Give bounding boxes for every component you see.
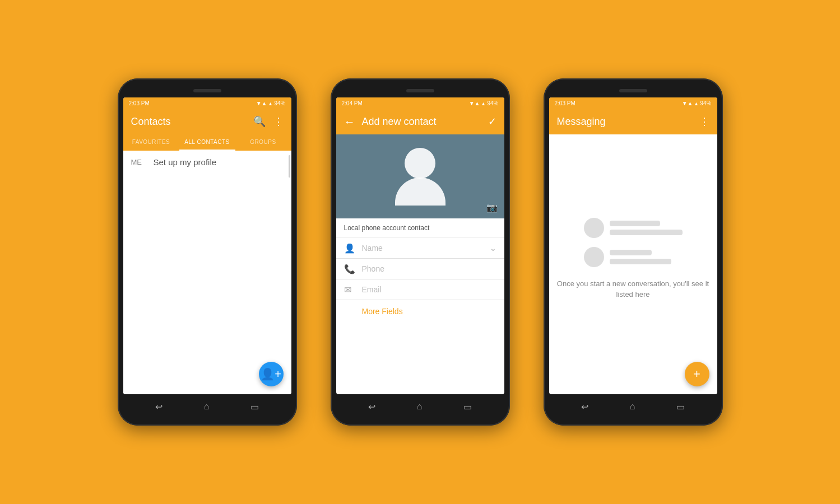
battery-1: 94%	[274, 100, 285, 106]
battery-2: 94%	[487, 100, 498, 106]
search-icon[interactable]: 🔍	[253, 115, 266, 128]
placeholder-row-1	[584, 218, 683, 238]
back-button-1[interactable]: ↩	[155, 402, 163, 412]
signal-icon-3: ▼▲	[682, 100, 693, 106]
placeholder-line-1b	[610, 230, 683, 235]
scroll-indicator	[289, 155, 290, 178]
contacts-content: ME Set up my profile 👤+	[123, 151, 291, 394]
placeholder-line-1a	[610, 221, 660, 226]
setup-profile-text: Set up my profile	[154, 157, 217, 167]
recent-button-2[interactable]: ▭	[463, 402, 472, 412]
status-icons-1: ▼▲ ▴ 94%	[256, 100, 286, 106]
home-button-1[interactable]: ⌂	[204, 402, 210, 412]
wifi-icon-2: ▴	[482, 100, 485, 106]
messaging-screen: 2:03 PM ▼▲ ▴ 94% Messaging ⋮	[549, 97, 717, 394]
recent-button-3[interactable]: ▭	[676, 402, 685, 412]
back-arrow-icon[interactable]: ←	[344, 115, 355, 128]
name-input[interactable]: Name	[362, 242, 482, 254]
person-icon: 👤	[344, 243, 354, 254]
contacts-screen: 2:03 PM ▼▲ ▴ 94% Contacts 🔍 ⋮ FAVOURITES…	[123, 97, 291, 394]
add-contact-screen: 2:04 PM ▼▲ ▴ 94% ← Add new contact ✓ 📷 L…	[336, 97, 504, 394]
confirm-icon[interactable]: ✓	[488, 115, 496, 128]
avatar-section[interactable]: 📷	[336, 134, 504, 218]
email-field[interactable]: ✉ Email	[336, 279, 504, 300]
phone-input[interactable]: Phone	[362, 263, 496, 274]
status-bar-3: 2:03 PM ▼▲ ▴ 94%	[549, 97, 717, 109]
messaging-app-bar-icons: ⋮	[699, 115, 709, 128]
tab-all-contacts[interactable]: ALL CONTACTS	[179, 134, 235, 150]
phone-top-bar-3	[549, 85, 717, 96]
add-person-icon: 👤+	[261, 367, 281, 381]
messaging-app-bar: Messaging ⋮	[549, 109, 717, 134]
expand-icon[interactable]: ⌄	[490, 244, 496, 253]
me-label: ME	[131, 158, 145, 166]
wifi-icon-1: ▴	[269, 100, 272, 106]
account-label: Local phone account contact	[336, 218, 504, 238]
name-field[interactable]: 👤 Name ⌄	[336, 238, 504, 259]
placeholder-lines-2	[610, 250, 671, 264]
battery-3: 94%	[700, 100, 711, 106]
tab-groups[interactable]: GROUPS	[235, 134, 291, 150]
messaging-empty-state: Once you start a new conversation, you'l…	[549, 134, 717, 394]
signal-icon-1: ▼▲	[256, 100, 267, 106]
back-button-2[interactable]: ↩	[368, 402, 375, 412]
wifi-icon-3: ▴	[695, 100, 698, 106]
status-time-2: 2:04 PM	[342, 100, 363, 106]
status-time-3: 2:03 PM	[555, 100, 576, 106]
home-button-3[interactable]: ⌂	[630, 402, 635, 412]
placeholder-lines-1	[610, 221, 683, 235]
email-input[interactable]: Email	[362, 284, 496, 295]
placeholder-avatar-2	[584, 247, 604, 267]
avatar-circle	[405, 148, 435, 179]
phone-speaker-3	[619, 89, 647, 92]
phone-nav-bar-2: ↩ ⌂ ▭	[336, 394, 504, 419]
more-icon-1[interactable]: ⋮	[273, 115, 284, 128]
contacts-app-bar-icons: 🔍 ⋮	[253, 115, 284, 128]
status-bar-2: 2:04 PM ▼▲ ▴ 94%	[336, 97, 504, 109]
compose-icon: +	[693, 367, 700, 381]
add-contact-app-bar: ← Add new contact ✓	[336, 109, 504, 134]
add-contact-title: Add new contact	[362, 116, 488, 128]
compose-fab[interactable]: +	[685, 362, 709, 386]
placeholder-line-2b	[610, 259, 671, 264]
status-bar-1: 2:03 PM ▼▲ ▴ 94%	[123, 97, 291, 109]
contacts-title: Contacts	[131, 116, 171, 128]
tab-favourites[interactable]: FAVOURITES	[123, 134, 179, 150]
contacts-phone: 2:03 PM ▼▲ ▴ 94% Contacts 🔍 ⋮ FAVOURITES…	[118, 78, 297, 426]
contacts-tabs: FAVOURITES ALL CONTACTS GROUPS	[123, 134, 291, 151]
placeholder-avatar-1	[584, 218, 604, 238]
me-contact-row[interactable]: ME Set up my profile	[123, 151, 291, 174]
phone-icon: 📞	[344, 264, 354, 274]
contacts-app-bar: Contacts 🔍 ⋮	[123, 109, 291, 134]
add-contact-phone: 2:04 PM ▼▲ ▴ 94% ← Add new contact ✓ 📷 L…	[331, 78, 510, 426]
signal-icon-2: ▼▲	[469, 100, 480, 106]
phone-top-bar-1	[123, 85, 291, 96]
messaging-phone: 2:03 PM ▼▲ ▴ 94% Messaging ⋮	[544, 78, 723, 426]
more-icon-3[interactable]: ⋮	[699, 115, 709, 128]
messaging-title: Messaging	[557, 116, 606, 128]
status-icons-3: ▼▲ ▴ 94%	[682, 100, 712, 106]
more-fields-button[interactable]: More Fields	[336, 300, 504, 323]
phone-nav-bar-1: ↩ ⌂ ▭	[123, 394, 291, 419]
phone-field[interactable]: 📞 Phone	[336, 259, 504, 279]
home-button-2[interactable]: ⌂	[417, 402, 423, 412]
placeholder-line-2a	[610, 250, 652, 255]
email-icon: ✉	[344, 284, 354, 295]
phone-top-bar-2	[336, 85, 504, 96]
recent-button-1[interactable]: ▭	[250, 402, 259, 412]
placeholder-row-2	[584, 247, 683, 267]
camera-icon[interactable]: 📷	[486, 202, 498, 213]
placeholder-conversations	[584, 218, 683, 267]
status-time-1: 2:03 PM	[129, 100, 150, 106]
phone-speaker-2	[406, 89, 434, 92]
phone-nav-bar-3: ↩ ⌂ ▭	[549, 394, 717, 419]
avatar-body	[395, 178, 445, 206]
back-button-3[interactable]: ↩	[581, 402, 588, 412]
phone-speaker-1	[193, 89, 221, 92]
status-icons-2: ▼▲ ▴ 94%	[469, 100, 499, 106]
empty-message-text: Once you start a new conversation, you'l…	[549, 278, 717, 300]
add-contact-fab[interactable]: 👤+	[259, 362, 284, 386]
avatar-placeholder	[395, 148, 445, 206]
